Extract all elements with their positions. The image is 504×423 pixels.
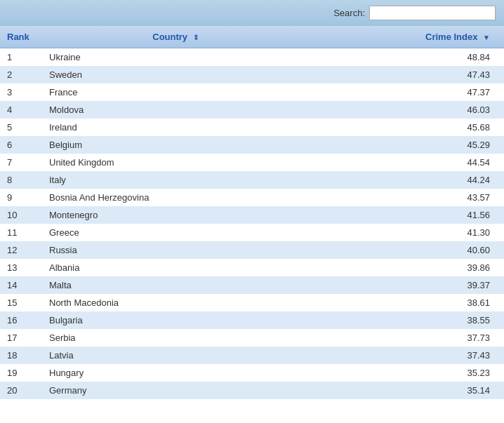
crime-index-cell: 43.57 [309, 189, 504, 206]
country-cell: Ireland [42, 119, 309, 136]
table-row: 10Montenegro41.56 [0, 206, 504, 224]
table-row: 13Albania39.86 [0, 259, 504, 276]
rank-cell: 16 [0, 311, 42, 329]
rank-cell: 5 [0, 119, 42, 136]
country-cell: Montenegro [42, 206, 309, 224]
table-row: 19Hungary35.23 [0, 364, 504, 382]
rank-cell: 9 [0, 189, 42, 206]
crime-index-cell: 35.14 [309, 382, 504, 399]
rank-cell: 7 [0, 154, 42, 171]
crime-index-cell: 47.43 [309, 66, 504, 83]
table-row: 11Greece41.30 [0, 224, 504, 241]
country-cell: Hungary [42, 364, 309, 382]
rank-cell: 12 [0, 241, 42, 259]
crime-index-cell: 44.54 [309, 154, 504, 171]
crime-index-cell: 45.29 [309, 136, 504, 154]
country-cell: Bulgaria [42, 311, 309, 329]
country-cell: Greece [42, 224, 309, 241]
rank-cell: 6 [0, 136, 42, 154]
crime-index-cell: 45.68 [309, 119, 504, 136]
rank-cell: 3 [0, 83, 42, 101]
rank-cell: 2 [0, 66, 42, 83]
table-row: 15North Macedonia38.61 [0, 294, 504, 311]
rank-cell: 4 [0, 101, 42, 119]
country-cell: Belgium [42, 136, 309, 154]
rank-cell: 17 [0, 329, 42, 347]
country-cell: United Kingdom [42, 154, 309, 171]
search-bar: Search: [0, 0, 504, 26]
crime-index-cell: 39.37 [309, 276, 504, 294]
table-row: 20Germany35.14 [0, 382, 504, 399]
rank-cell: 10 [0, 206, 42, 224]
crime-index-cell: 48.84 [309, 48, 504, 67]
country-header[interactable]: Country ⇕ [42, 26, 309, 48]
table-row: 9Bosnia And Herzegovina43.57 [0, 189, 504, 206]
crime-index-cell: 37.73 [309, 329, 504, 347]
table-row: 6Belgium45.29 [0, 136, 504, 154]
crime-index-cell: 38.61 [309, 294, 504, 311]
rank-cell: 13 [0, 259, 42, 276]
country-cell: Malta [42, 276, 309, 294]
crime-index-cell: 38.55 [309, 311, 504, 329]
country-cell: Italy [42, 171, 309, 189]
country-cell: Bosnia And Herzegovina [42, 189, 309, 206]
crime-sort-icon: ▼ [483, 34, 490, 41]
country-cell: Sweden [42, 66, 309, 83]
table-row: 2Sweden47.43 [0, 66, 504, 83]
sort-icon: ⇕ [193, 34, 199, 41]
crime-index-cell: 35.23 [309, 364, 504, 382]
crime-index-cell: 37.43 [309, 347, 504, 364]
crime-index-cell: 40.60 [309, 241, 504, 259]
country-cell: Latvia [42, 347, 309, 364]
country-cell: Germany [42, 382, 309, 399]
crime-index-cell: 39.86 [309, 259, 504, 276]
data-table: Rank Country ⇕ Crime Index ▼ 1Ukraine48.… [0, 26, 504, 399]
search-input[interactable] [369, 6, 496, 20]
crime-index-cell: 41.30 [309, 224, 504, 241]
table-row: 16Bulgaria38.55 [0, 311, 504, 329]
rank-cell: 15 [0, 294, 42, 311]
crime-index-cell: 47.37 [309, 83, 504, 101]
table-row: 18Latvia37.43 [0, 347, 504, 364]
rank-header: Rank [0, 26, 42, 48]
rank-cell: 1 [0, 48, 42, 67]
table-row: 17Serbia37.73 [0, 329, 504, 347]
country-cell: Albania [42, 259, 309, 276]
rank-cell: 14 [0, 276, 42, 294]
rank-cell: 20 [0, 382, 42, 399]
country-cell: Russia [42, 241, 309, 259]
crime-index-cell: 44.24 [309, 171, 504, 189]
table-row: 12Russia40.60 [0, 241, 504, 259]
rank-cell: 8 [0, 171, 42, 189]
crime-index-header[interactable]: Crime Index ▼ [309, 26, 504, 48]
country-cell: Serbia [42, 329, 309, 347]
table-row: 4Moldova46.03 [0, 101, 504, 119]
table-row: 7United Kingdom44.54 [0, 154, 504, 171]
search-label: Search: [333, 8, 365, 18]
country-cell: North Macedonia [42, 294, 309, 311]
table-header-row: Rank Country ⇕ Crime Index ▼ [0, 26, 504, 48]
rank-cell: 18 [0, 347, 42, 364]
crime-index-cell: 41.56 [309, 206, 504, 224]
table-row: 3France47.37 [0, 83, 504, 101]
country-cell: France [42, 83, 309, 101]
table-row: 1Ukraine48.84 [0, 48, 504, 67]
rank-cell: 19 [0, 364, 42, 382]
table-row: 8Italy44.24 [0, 171, 504, 189]
country-cell: Moldova [42, 101, 309, 119]
table-row: 5Ireland45.68 [0, 119, 504, 136]
country-cell: Ukraine [42, 48, 309, 67]
crime-index-cell: 46.03 [309, 101, 504, 119]
table-row: 14Malta39.37 [0, 276, 504, 294]
rank-cell: 11 [0, 224, 42, 241]
